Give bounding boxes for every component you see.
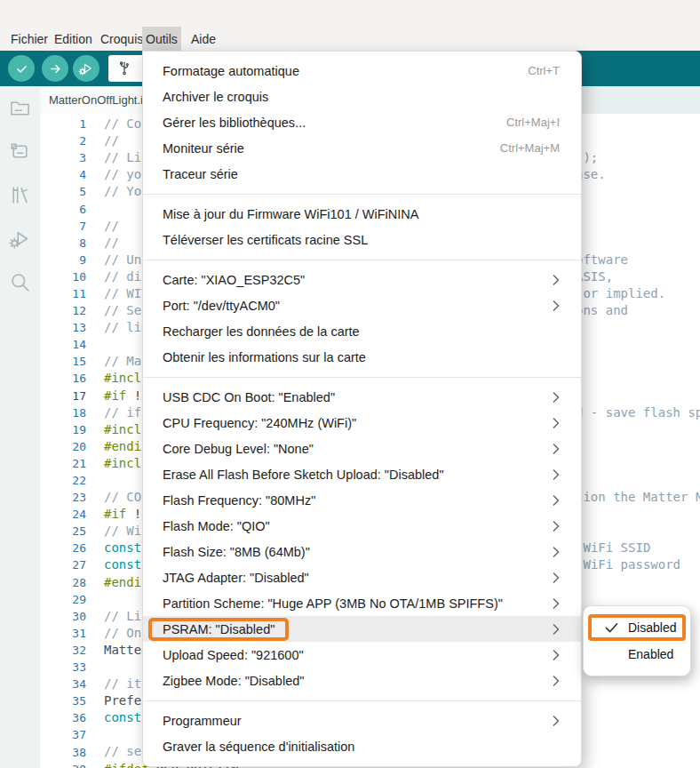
menu-separator [143,194,581,195]
sidebar-item-search[interactable] [0,260,40,304]
submenu-chevron [553,418,560,428]
line-number: 29 [40,593,86,606]
line-number: 30 [40,610,86,623]
checkmark-slot [605,620,619,635]
upload-button[interactable] [42,55,68,82]
code-token: #if [104,388,134,403]
code-token: // [104,133,119,148]
line-number: 32 [40,644,86,657]
submenu-chevron [553,495,560,506]
line-number: 15 [40,355,86,368]
menubar-item-aide[interactable]: Aide [187,27,219,51]
menu-item-flash-mode-qio[interactable]: Flash Mode: "QIO" [143,513,581,539]
line-number: 26 [40,541,86,555]
menu-item-traceur-s-rie[interactable]: Traceur série [143,161,581,187]
line-number: 28 [40,576,86,589]
menu-item-jtag-adapter-disabled[interactable]: JTAG Adapter: "Disabled" [143,564,581,590]
menubar-item-edition[interactable]: Edition [51,27,96,51]
code-token: // [104,236,119,250]
menu-item-upload-speed-921600[interactable]: Upload Speed: "921600" [143,642,581,668]
menu-item-mise-jour-du-firmware-wifi101-wifinina[interactable]: Mise à jour du Firmware WiFi101 / WiFiNI… [143,201,581,227]
psram-submenu: DisabledEnabled [583,605,691,676]
line-number: 24 [40,508,86,521]
menu-item-label: Flash Mode: "QIO" [163,519,270,533]
submenu-chevron [553,444,560,454]
psram-option-enabled[interactable]: Enabled [584,641,690,668]
chevron-right-icon [553,716,560,726]
menu-item-formatage-automatique[interactable]: Formatage automatiqueCtrl+T [143,58,581,84]
chevron-right-icon [553,650,560,660]
menu-item-label: Erase All Flash Before Sketch Upload: "D… [163,468,444,482]
menu-item-moniteur-s-rie[interactable]: Moniteur sérieCtrl+Maj+M [143,135,581,161]
menu-separator [143,377,581,378]
menu-item-recharger-les-donn-es-de-la-carte[interactable]: Recharger les données de la carte [143,318,581,344]
menu-item-cpu-frequency-240mhz-wifi[interactable]: CPU Frequency: "240MHz (WiFi)" [143,410,581,436]
line-number: 8 [40,236,86,250]
start-debug-button[interactable] [73,55,99,82]
menu-item-label: USB CDC On Boot: "Enabled" [163,390,335,404]
menu-item-core-debug-level-none[interactable]: Core Debug Level: "None" [143,436,581,461]
menu-item-flash-size-8mb-64mb[interactable]: Flash Size: "8MB (64Mb)" [143,539,581,564]
psram-option-label: Disabled [628,620,676,635]
menu-item-graver-la-s-quence-d-initialisation[interactable]: Graver la séquence d'initialisation [143,733,581,759]
submenu-chevron [553,676,560,686]
menu-item-port-dev-ttyacm0[interactable]: Port: "/dev/ttyACM0" [143,292,581,318]
line-number: 34 [40,677,86,691]
chevron-right-icon [553,676,560,686]
menu-item-usb-cdc-on-boot-enabled[interactable]: USB CDC On Boot: "Enabled" [143,384,581,410]
submenu-chevron [553,275,560,285]
menu-item-zigbee-mode-disabled[interactable]: Zigbee Mode: "Disabled" [143,668,581,693]
line-number: 12 [40,304,86,317]
menu-separator [143,700,581,701]
sidebar-item-sketchbook-folder[interactable] [0,86,40,130]
sidebar-item-library-manager[interactable] [0,173,40,217]
menubar-item-outils[interactable]: Outils [142,27,181,51]
line-number: 38 [40,746,86,759]
chevron-right-icon [553,495,560,506]
line-number: 39 [40,763,86,768]
line-number: 13 [40,321,86,334]
code-text: // [86,235,119,252]
line-number: 14 [40,338,86,351]
menu-item-label: Graver la séquence d'initialisation [163,740,354,754]
menu-item-obtenir-les-informations-sur-la-carte[interactable]: Obtenir les informations sur la carte [143,344,581,370]
submenu-chevron [553,521,560,532]
menu-item-archiver-le-croquis[interactable]: Archiver le croquis [143,84,581,109]
psram-option-disabled[interactable]: Disabled [588,614,686,641]
menu-item-label: Zigbee Mode: "Disabled" [163,674,304,688]
line-number: 25 [40,524,86,538]
menubar-item-croquis[interactable]: Croquis [97,27,147,51]
menu-item-t-l-verser-les-certificats-racine-ssl[interactable]: Téléverser les certificats racine SSL [143,227,581,252]
menu-item-label: Mise à jour du Firmware WiFi101 / WiFiNI… [163,207,418,221]
submenu-chevron [553,572,560,583]
tools-menu: Formatage automatiqueCtrl+TArchiver le c… [142,51,582,767]
line-number: 9 [40,253,86,267]
chevron-right-icon [553,598,560,609]
menu-item-partition-scheme-huge-app-3mb-no-ota-1mb-spiffs[interactable]: Partition Scheme: "Huge APP (3MB No OTA/… [143,590,581,616]
menu-item-carte-xiao-esp32c5[interactable]: Carte: "XIAO_ESP32C5" [143,267,581,292]
sidebar-item-debugger[interactable] [0,217,40,260]
menubar-item-fichier[interactable]: Fichier [7,27,52,51]
code-token: const [104,557,141,572]
line-number: 23 [40,491,86,504]
menu-item-label: Obtenir les informations sur la carte [163,350,366,364]
check-icon [14,61,29,76]
menu-separator [143,260,581,260]
code-text: #endif [86,574,149,591]
menu-item-psram-disabled[interactable]: PSRAM: "Disabled" [143,616,581,642]
menu-item-erase-all-flash-before-sketch-upload-disabled[interactable]: Erase All Flash Before Sketch Upload: "D… [143,461,581,487]
line-number: 10 [40,270,86,284]
line-number: 18 [40,406,86,420]
menu-item-label: Recharger les données de la carte [163,324,360,339]
menu-item-programmeur[interactable]: Programmeur [143,708,581,733]
code-text: #endif [86,438,149,455]
menu-item-flash-frequency-80mhz[interactable]: Flash Frequency: "80MHz" [143,487,581,513]
menu-item-label: Formatage automatique [163,64,299,78]
menu-item-g-rer-les-biblioth-ques[interactable]: Gérer les bibliothèques...Ctrl+Maj+I [143,109,581,135]
chevron-right-icon [553,624,560,635]
activity-bar [0,86,40,768]
verify-button[interactable] [8,55,35,82]
menu-item-label: Carte: "XIAO_ESP32C5" [163,273,305,287]
sidebar-item-boards-manager[interactable] [0,130,40,173]
submenu-chevron [553,624,560,635]
